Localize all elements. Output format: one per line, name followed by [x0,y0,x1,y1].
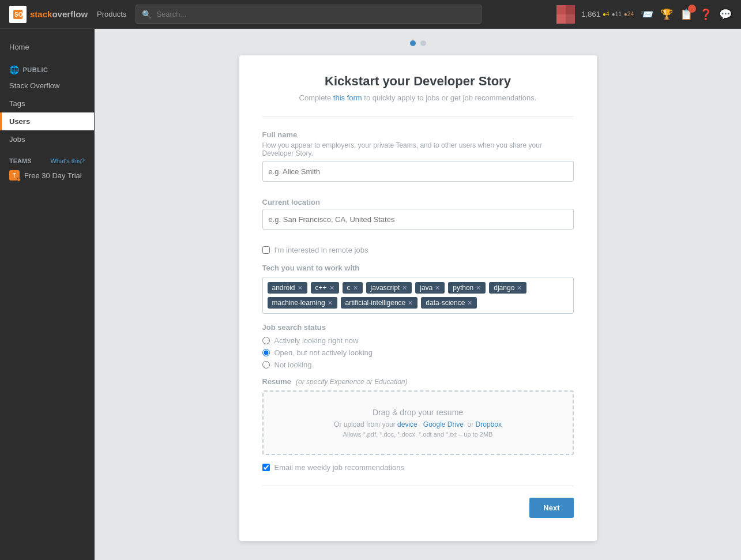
job-status-option: Not looking [262,360,574,369]
rep-score: 1,861 ●4 ●11 ●24 [582,10,634,18]
tag-chip: machine-learning✕ [268,297,337,309]
inbox-icon[interactable]: 📨 [641,8,653,21]
form-divider-top [262,116,574,116]
logo[interactable]: SO stackoverflow [9,6,88,23]
sidebar-item-stackoverflow[interactable]: Stack Overflow [0,77,94,95]
drop-sub: Or upload from your device Google Drive … [275,420,561,429]
pagination-dots [410,40,426,46]
sidebar: Home 🌐 PUBLIC Stack Overflow Tags Users … [0,29,95,560]
tag-label: c [347,284,351,292]
drop-zone[interactable]: Drag & drop your resume Or upload from y… [262,390,574,455]
tag-label: javascript [371,284,400,292]
tag-remove[interactable]: ✕ [435,284,440,292]
avatar[interactable] [556,5,575,24]
tag-remove[interactable]: ✕ [328,299,333,307]
job-radio[interactable] [262,337,270,344]
remote-label: I'm interested in remote jobs [274,246,368,254]
job-radio-label: Actively looking right now [274,336,359,345]
search-box[interactable]: 🔍 [136,5,482,24]
search-input[interactable] [156,10,475,18]
device-link[interactable]: device [397,420,417,429]
fullname-input[interactable] [262,161,574,182]
job-status-option: Actively looking right now [262,336,574,345]
tech-label: Tech you want to work with [262,264,574,272]
badge-gold: ●4 [603,11,610,17]
dropbox-link[interactable]: Dropbox [476,420,502,429]
main-content: Kickstart your Developer Story Complete … [95,29,741,560]
form-divider-bottom [262,486,574,486]
chat-icon[interactable]: 💬 [719,8,732,21]
location-group: Current location [262,198,574,238]
tag-remove[interactable]: ✕ [467,299,472,307]
job-radio-label: Open, but not actively looking [274,348,373,357]
tag-remove[interactable]: ✕ [408,299,413,307]
tag-remove[interactable]: ✕ [353,284,358,292]
dot-1 [410,40,416,46]
tag-chip: data-science✕ [421,297,477,309]
tag-remove[interactable]: ✕ [517,284,522,292]
tag-label: java [420,284,432,292]
tag-chip: javascript✕ [366,282,412,294]
job-status-label: Job search status [262,323,574,332]
fullname-label: Full name [262,130,574,139]
tag-label: django [494,284,514,292]
products-nav[interactable]: Products [97,10,126,18]
form-subtitle-link[interactable]: this form [333,93,362,102]
sidebar-item-tags[interactable]: Tags [0,95,94,112]
sidebar-item-jobs[interactable]: Jobs [0,130,94,148]
form-card: Kickstart your Developer Story Complete … [239,55,597,541]
next-button[interactable]: Next [529,498,573,518]
drop-title: Drag & drop your resume [275,408,561,417]
tag-remove[interactable]: ✕ [298,284,303,292]
location-label: Current location [262,198,574,206]
review-icon[interactable]: 📋 [680,8,693,21]
job-status-option: Open, but not actively looking [262,348,574,357]
svg-text:SO: SO [14,12,23,18]
trial-icon: T [9,170,20,181]
tech-tags-group: Tech you want to work with android✕c++✕c… [262,264,574,314]
logo-icon: SO [9,6,27,23]
achievements-icon[interactable]: 🏆 [660,8,673,21]
tag-chip: java✕ [415,282,445,294]
dot-2 [420,40,426,46]
page-wrap: Home 🌐 PUBLIC Stack Overflow Tags Users … [0,29,741,560]
logo-text: stackoverflow [30,9,88,19]
tag-remove[interactable]: ✕ [329,284,334,292]
job-radio-label: Not looking [274,360,312,369]
sidebar-item-users[interactable]: Users [0,112,94,130]
review-badge [688,5,696,13]
sidebar-item-home[interactable]: Home [0,38,94,56]
sidebar-public-label: 🌐 PUBLIC [0,56,94,77]
radio-options: Actively looking right now Open, but not… [262,336,574,369]
resume-group: Resume (or specify Experience or Educati… [262,377,574,455]
form-subtitle: Complete this form to quickly apply to j… [262,93,574,102]
job-radio[interactable] [262,361,270,369]
gdrive-link[interactable]: Google Drive [423,420,464,429]
badge-bronze: ●24 [624,11,634,17]
whatsthis-link[interactable]: What's this? [50,157,85,164]
resume-label: Resume [262,377,292,386]
tag-label: machine-learning [272,299,325,307]
btn-row: Next [262,498,574,518]
help-icon[interactable]: ❓ [699,8,712,21]
tag-label: c++ [315,284,327,292]
remote-checkbox[interactable] [262,246,270,254]
tag-label: android [272,284,295,292]
tag-chip: django✕ [489,282,526,294]
tag-chip: artificial-intelligence✕ [341,297,418,309]
email-checkbox[interactable] [262,464,270,471]
form-title: Kickstart your Developer Story [262,74,574,89]
location-input[interactable] [262,209,574,230]
tags-container: android✕c++✕c✕javascript✕java✕python✕dja… [262,277,574,314]
resume-sublabel: (or specify Experience or Education) [296,378,407,386]
fullname-help: How you appear to employers, your privat… [262,141,574,157]
sidebar-item-trial[interactable]: T Free 30 Day Trial [0,167,94,184]
job-radio[interactable] [262,349,270,356]
job-status-group: Job search status Actively looking right… [262,323,574,369]
tag-label: python [453,284,473,292]
tag-chip: python✕ [448,282,486,294]
resume-label-row: Resume (or specify Experience or Educati… [262,377,574,386]
globe-icon: 🌐 [9,65,20,74]
tag-remove[interactable]: ✕ [402,284,407,292]
tag-remove[interactable]: ✕ [476,284,481,292]
